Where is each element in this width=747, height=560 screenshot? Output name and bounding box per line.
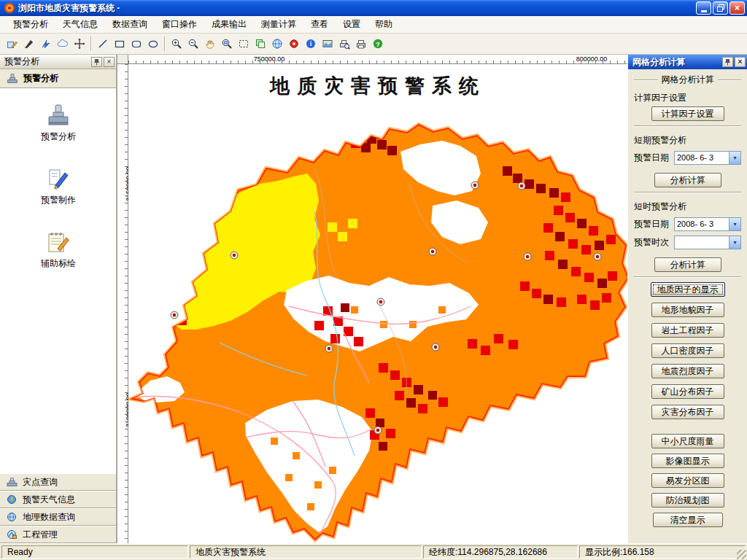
app-icon [4, 2, 15, 14]
rainfall-display-button[interactable]: 中小尺度雨量 [651, 434, 724, 448]
map-image-button[interactable] [319, 36, 336, 52]
calc-factor-section-label: 计算因子设置 [634, 92, 741, 104]
print-button[interactable] [352, 36, 369, 52]
edit-feature-button[interactable] [4, 36, 20, 52]
factor-disaster-button[interactable]: 灾害分布因子 [651, 405, 724, 419]
pen-button[interactable] [20, 36, 37, 52]
factor-population-button[interactable]: 人口密度因子 [651, 343, 724, 358]
rectangle-tool-button[interactable] [111, 36, 128, 52]
cloud-icon [57, 38, 69, 50]
tool-warning-production[interactable]: 预警制作 [41, 166, 76, 206]
ruler-corner [117, 55, 128, 64]
chevron-down-icon[interactable]: ▼ [729, 236, 740, 249]
tool-warning-analysis[interactable]: 预警分析 [41, 104, 76, 143]
menu-measure[interactable]: 测量计算 [254, 15, 303, 34]
section-warning-analysis[interactable]: 预警分析 [0, 69, 116, 88]
hotspot-button[interactable] [285, 36, 302, 52]
menu-window-ops[interactable]: 窗口操作 [155, 15, 204, 34]
cloud-button[interactable] [54, 36, 71, 52]
group-project-management[interactable]: 工程管理 [0, 526, 116, 543]
globe-button[interactable] [268, 36, 285, 52]
calc-factor-settings-button[interactable]: 计算因子设置 [651, 106, 724, 121]
factor-geology-display-button[interactable]: 地质因子的显示 [651, 282, 725, 297]
ellipse-tool-button[interactable] [144, 36, 161, 52]
map-title: 地质灾害预警系统 [128, 73, 627, 99]
right-panel-pin-button[interactable] [722, 57, 733, 67]
image-display-button[interactable]: 影像图显示 [651, 454, 724, 468]
short-term-date-row: 预警日期 2008- 6- 3 ▼ [634, 151, 741, 165]
short-time-period-row: 预警时次 ▼ [634, 236, 741, 249]
menu-view[interactable]: 查看 [303, 15, 336, 34]
print-preview-button[interactable] [336, 36, 352, 52]
ellipse-icon [147, 38, 159, 50]
left-panel-close-button[interactable]: × [104, 57, 115, 67]
globe-tools-icon [7, 529, 18, 540]
menu-output[interactable]: 成果输出 [204, 15, 254, 34]
short-time-analyze-button[interactable]: 分析计算 [654, 257, 721, 272]
susceptibility-map-button[interactable]: 易发分区图 [651, 473, 724, 488]
prevention-plan-button[interactable]: 防治规划图 [651, 493, 724, 508]
short-time-period-combobox[interactable]: ▼ [674, 236, 741, 249]
display-button-stack: 中小尺度雨量 影像图显示 易发分区图 防治规划图 清空显示 [651, 434, 724, 532]
map-region: 750000.00 800000.00 3150000.00 3100000.0… [117, 55, 627, 543]
rounded-rect-tool-button[interactable] [128, 36, 144, 52]
minimize-button[interactable] [696, 1, 711, 15]
group-warning-weather-info[interactable]: 预警天气信息 [0, 491, 116, 508]
rectangle-icon [114, 38, 125, 50]
close-icon: × [738, 58, 743, 66]
restore-button[interactable] [713, 1, 728, 15]
right-panel-title: 网格分析计算 [632, 56, 721, 69]
factor-seismic-button[interactable]: 地震烈度因子 [651, 364, 724, 378]
close-button[interactable]: × [729, 1, 745, 15]
help-button[interactable]: ? [369, 36, 386, 52]
chevron-down-icon[interactable]: ▼ [729, 218, 740, 230]
panel-heading: 网格分析计算 [662, 74, 714, 86]
select-box-button[interactable] [235, 36, 252, 52]
flash-icon [40, 38, 52, 50]
left-panel-warning-analysis: 预警分析 × 预警分析 预警分析 预警制作 辅助标绘 灾点查询 预警天气信息 地… [0, 55, 117, 543]
print-icon [355, 38, 367, 50]
combobox-value: 2008- 6- 3 [675, 152, 729, 164]
short-term-analyze-button[interactable]: 分析计算 [654, 173, 721, 187]
layers-button[interactable] [252, 36, 268, 52]
edit-feature-icon [7, 38, 18, 50]
menu-help[interactable]: 帮助 [368, 15, 400, 34]
factor-geotech-button[interactable]: 岩土工程因子 [651, 323, 724, 338]
group-disaster-point-query[interactable]: 灾点查询 [0, 473, 116, 491]
globe-icon [7, 512, 18, 522]
tool-auxiliary-plot[interactable]: 辅助标绘 [41, 230, 76, 270]
menu-data-query[interactable]: 数据查询 [105, 15, 155, 34]
right-panel-content: 网格分析计算 计算因子设置 计算因子设置 短期预警分析 预警日期 2008- 6… [628, 69, 747, 543]
zoom-in-button[interactable] [168, 36, 185, 52]
menu-warning-analysis[interactable]: 预警分析 [6, 15, 55, 34]
zoom-extent-button[interactable] [218, 36, 235, 52]
chevron-down-icon[interactable]: ▼ [729, 152, 740, 164]
short-time-date-combobox[interactable]: 2008- 6- 3 ▼ [674, 217, 741, 231]
status-system-name: 地质灾害预警系统 [190, 545, 422, 559]
pan-button[interactable] [201, 36, 218, 52]
section-label: 预警分析 [23, 72, 58, 85]
factor-mine-button[interactable]: 矿山分布因子 [651, 384, 724, 399]
move-cross-button[interactable] [71, 36, 88, 52]
group-geo-data-query[interactable]: 地理数据查询 [0, 508, 116, 526]
menu-settings[interactable]: 设置 [336, 15, 368, 34]
menu-weather-info[interactable]: 天气信息 [55, 15, 105, 34]
info-button[interactable]: i [302, 36, 319, 52]
map-canvas[interactable]: 地质灾害预警系统 [128, 64, 627, 543]
divider [634, 125, 741, 127]
clear-display-button[interactable]: 清空显示 [653, 513, 723, 527]
line-tool-button[interactable] [94, 36, 111, 52]
resize-grip[interactable] [737, 550, 746, 559]
print-preview-icon [338, 38, 350, 50]
flash-button[interactable] [37, 36, 54, 52]
left-panel-pin-button[interactable] [91, 57, 102, 67]
zoom-out-button[interactable] [185, 36, 201, 52]
right-panel-close-button[interactable]: × [735, 57, 746, 67]
zoom-out-icon [187, 38, 199, 50]
ruler-horizontal: 750000.00 800000.00 [128, 55, 627, 64]
short-term-date-combobox[interactable]: 2008- 6- 3 ▼ [674, 151, 741, 165]
toolbar: i ? [0, 34, 747, 55]
factor-terrain-button[interactable]: 地形地貌因子 [651, 303, 724, 317]
toolbar-separator [164, 36, 165, 51]
rounded-rect-icon [131, 38, 142, 50]
